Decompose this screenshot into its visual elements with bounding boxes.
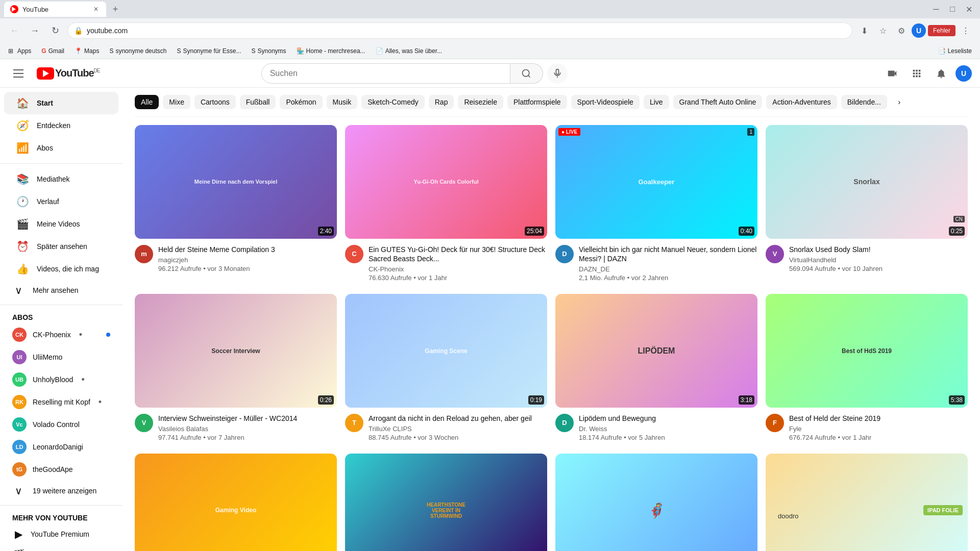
unholyblood-dot-btn[interactable]: • bbox=[81, 374, 84, 385]
video-channel-3[interactable]: DAZN_DE bbox=[579, 265, 757, 273]
tab-close-btn[interactable]: ✕ bbox=[92, 5, 100, 13]
hamburger-menu-btn[interactable] bbox=[8, 63, 29, 84]
search-input[interactable] bbox=[261, 63, 510, 84]
sidebar-item-abos[interactable]: 📶 Abos bbox=[4, 137, 118, 159]
bookmark-synonyms[interactable]: S Synonyms bbox=[248, 46, 290, 56]
video-channel-7[interactable]: Dr. Weiss bbox=[579, 425, 757, 433]
extension-icon[interactable]: ⚙ bbox=[893, 22, 910, 39]
menu-icon[interactable]: ⋮ bbox=[958, 22, 974, 39]
filter-chip-bildende[interactable]: Bildende... bbox=[841, 95, 887, 109]
filter-chip-rap[interactable]: Rap bbox=[429, 95, 454, 109]
filter-chip-action[interactable]: Action-Adventures bbox=[766, 95, 837, 109]
bookmark-maps[interactable]: 📍 Maps bbox=[70, 46, 103, 56]
filter-chip-reise[interactable]: Reiseziele bbox=[458, 95, 503, 109]
bookmark-synonyme-de[interactable]: S synonyme deutsch bbox=[105, 46, 170, 56]
filter-chip-cartoons[interactable]: Cartoons bbox=[194, 95, 236, 109]
user-avatar[interactable]: U bbox=[955, 65, 972, 82]
video-channel-2[interactable]: CK-Phoenix bbox=[369, 265, 547, 273]
video-card-4[interactable]: CN Snorlax 0:25 V Snorlax Used Body Slam… bbox=[766, 125, 968, 286]
video-card-6[interactable]: Gaming Scene 0:19 T Arrogant da nicht in… bbox=[345, 294, 547, 445]
video-card-10[interactable]: HEARTHSTONEVEREINT INSTURMWIND 8:22 bbox=[345, 454, 547, 551]
apps-grid-btn[interactable] bbox=[906, 63, 927, 84]
filter-chip-pokemon[interactable]: Pokémon bbox=[280, 95, 322, 109]
create-video-btn[interactable] bbox=[882, 63, 902, 84]
sub-volado[interactable]: Vc Volado Control bbox=[0, 413, 122, 436]
channel-avatar-2[interactable]: C bbox=[345, 245, 363, 263]
filter-chip-alle[interactable]: Alle bbox=[135, 95, 159, 109]
sidebar-item-spaeter[interactable]: ⏰ Später ansehen bbox=[4, 235, 118, 258]
bookmark-merch[interactable]: 🏪 Home - merchresea... bbox=[292, 46, 370, 56]
sub-thegoodape[interactable]: tG theGoodApe bbox=[0, 458, 122, 481]
forward-btn[interactable]: → bbox=[27, 22, 43, 39]
video-channel-6[interactable]: TrilluXe CLIPS bbox=[369, 425, 547, 433]
video-channel-5[interactable]: Vasileios Balafas bbox=[158, 425, 337, 433]
sidebar-item-mediathek[interactable]: 📚 Mediathek bbox=[4, 168, 118, 190]
filter-chip-sport-video[interactable]: Sport-Videospiele bbox=[571, 95, 640, 109]
back-btn[interactable]: ← bbox=[6, 22, 22, 39]
sidebar-item-verlauf[interactable]: 🕐 Verlauf bbox=[4, 190, 118, 213]
active-tab[interactable]: YouTube ✕ bbox=[4, 2, 106, 17]
video-card-2[interactable]: Yu-Gi-Oh Cards Colorful 25:04 C Ein GUTE… bbox=[345, 125, 547, 286]
notifications-btn[interactable] bbox=[931, 63, 951, 84]
minimize-btn[interactable]: ─ bbox=[929, 2, 943, 16]
reading-list-btn[interactable]: 📑 Leseliste bbox=[934, 46, 976, 56]
channel-avatar-1[interactable]: m bbox=[135, 245, 153, 263]
bookmark-star-icon[interactable]: ☆ bbox=[875, 22, 891, 39]
download-icon[interactable]: ⬇ bbox=[856, 22, 873, 39]
yt-logo[interactable]: YouTubeDE bbox=[37, 67, 100, 80]
bookmark-apps[interactable]: ⊞ Apps bbox=[4, 46, 35, 56]
video-channel-4[interactable]: VirtualHandheld bbox=[789, 256, 968, 264]
filter-chip-live[interactable]: Live bbox=[644, 95, 669, 109]
video-card-8[interactable]: Best of HdS 2019 5:38 F Best of Held der… bbox=[766, 294, 968, 445]
channel-avatar-5[interactable]: V bbox=[135, 414, 153, 432]
close-window-btn[interactable]: ✕ bbox=[962, 2, 976, 16]
channel-avatar-7[interactable]: D bbox=[555, 414, 574, 432]
bookmark-alles[interactable]: 📄 Alles, was Sie über... bbox=[372, 46, 446, 56]
filter-chip-mixe[interactable]: Mixe bbox=[163, 95, 190, 109]
bookmark-gmail[interactable]: G Gmail bbox=[37, 46, 68, 56]
show-more-btn[interactable]: ∨ Mehr ansehen bbox=[0, 280, 122, 300]
filter-chip-gta[interactable]: Grand Theft Auto Online bbox=[673, 95, 763, 109]
video-channel-1[interactable]: magiczjeh bbox=[158, 256, 337, 264]
video-channel-8[interactable]: Fyle bbox=[789, 425, 968, 433]
search-btn[interactable] bbox=[510, 63, 543, 84]
sidebar-item-liked[interactable]: 👍 Videos, die ich mag bbox=[4, 258, 118, 280]
channel-avatar-3[interactable]: D bbox=[555, 245, 574, 263]
video-card-3[interactable]: ● LIVE 1 Goalkeeper 0:40 D Vielleicht bi… bbox=[555, 125, 757, 286]
profile-icon[interactable]: U bbox=[912, 23, 926, 38]
channel-avatar-8[interactable]: F bbox=[766, 414, 784, 432]
filter-chip-plattform[interactable]: Plattformspiele bbox=[507, 95, 567, 109]
filter-next-arrow[interactable]: › bbox=[891, 94, 908, 110]
ck-phoenix-dot-btn[interactable]: • bbox=[79, 330, 82, 340]
filter-chip-musik[interactable]: Musik bbox=[327, 95, 358, 109]
maximize-btn[interactable]: □ bbox=[945, 2, 960, 16]
video-card-12[interactable]: IPAD FOLIE doodro 4:05 bbox=[766, 454, 968, 551]
sub-leonardo[interactable]: LD LeonardoDanigi bbox=[0, 436, 122, 458]
show-more-subs-btn[interactable]: ∨ 19 weitere anzeigen bbox=[0, 481, 122, 501]
sub-uliimemo[interactable]: Ul UliiMemo bbox=[0, 346, 122, 368]
sidebar-item-home[interactable]: 🏠 Start bbox=[4, 92, 118, 114]
video-card-7[interactable]: LIPÖDEM 3:18 D Lipödem und Bewegung Dr. … bbox=[555, 294, 757, 445]
yt-premium-item[interactable]: ▶ YouTube Premium bbox=[0, 524, 122, 544]
channel-avatar-4[interactable]: V bbox=[766, 245, 784, 263]
video-card-9[interactable]: Gaming Video 12:34 bbox=[135, 454, 337, 551]
reselling-dot-btn[interactable]: • bbox=[99, 397, 102, 408]
filter-chip-sketch[interactable]: Sketch-Comedy bbox=[361, 95, 425, 109]
filter-chip-fussball[interactable]: Fußball bbox=[240, 95, 276, 109]
video-card-1[interactable]: Meine Dirne nach dem Vorspiel 2:40 m Hel… bbox=[135, 125, 337, 286]
bookmark-synonyme-esse[interactable]: S Synonyme für Esse... bbox=[173, 46, 245, 56]
sidebar-item-meine-videos[interactable]: 🎬 Meine Videos bbox=[4, 213, 118, 235]
mic-btn[interactable] bbox=[547, 63, 568, 84]
error-btn[interactable]: Fehler bbox=[928, 25, 955, 36]
video-card-11[interactable]: 🦸 6:11 bbox=[555, 454, 757, 551]
refresh-btn[interactable]: ↻ bbox=[47, 22, 63, 39]
url-bar[interactable]: 🔒 youtube.com bbox=[67, 22, 852, 39]
new-tab-btn[interactable]: + bbox=[108, 2, 122, 16]
sidebar-item-entdecken[interactable]: 🧭 Entdecken bbox=[4, 114, 118, 137]
video-card-5[interactable]: Soccer Interview 0:26 V Interview Schwei… bbox=[135, 294, 337, 445]
channel-avatar-6[interactable]: T bbox=[345, 414, 363, 432]
sub-ck-phoenix[interactable]: CK CK-Phoenix • bbox=[0, 323, 122, 346]
yt-filme-item[interactable]: 🎬 Filme & Serien bbox=[0, 544, 122, 551]
sub-reselling[interactable]: RK Reselling mit Kopf • bbox=[0, 391, 122, 413]
sub-unholyblood[interactable]: UB UnholyBlood • bbox=[0, 368, 122, 391]
